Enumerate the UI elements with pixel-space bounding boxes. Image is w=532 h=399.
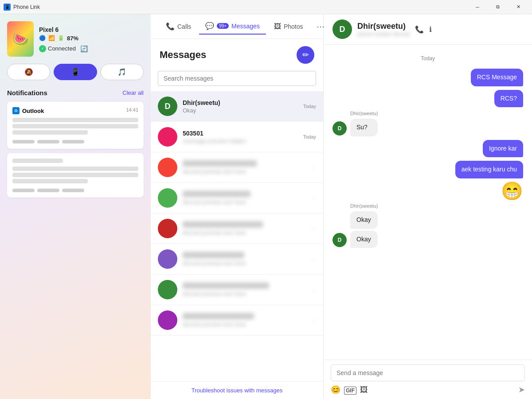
notif-actions-2 xyxy=(12,189,138,192)
chat-header: D Dhir(sweetu) phone number blurred 📞 ℹ xyxy=(324,14,532,45)
conversation-item-8[interactable]: blurred preview text here --- xyxy=(151,305,323,336)
gif-button[interactable]: GIF xyxy=(344,385,356,395)
refresh-button[interactable]: 🔄 xyxy=(80,45,88,52)
restore-button[interactable]: ⧉ xyxy=(488,0,508,14)
conversations-list: D Dhir(sweetu) Okay Today 503501 message… xyxy=(151,91,323,381)
conv-name-7 xyxy=(183,283,269,289)
messages-badge: 99+ xyxy=(217,23,229,29)
conv-time-4: --- xyxy=(311,195,316,201)
bubble-3: Su? xyxy=(350,119,378,136)
tab-photos[interactable]: 🖼 Photos xyxy=(268,19,309,34)
avatar-6 xyxy=(158,249,177,269)
avatar-8 xyxy=(158,310,177,330)
send-button[interactable]: ➤ xyxy=(518,385,525,395)
chat-input-area: 😊 GIF 🖼 ➤ xyxy=(324,360,532,399)
device-emoji: 🍉 xyxy=(13,32,28,46)
message-row-5: aek testing karu chu xyxy=(332,161,523,178)
chat-input-actions: 😊 GIF 🖼 ➤ xyxy=(331,385,525,395)
conversation-item-dhir[interactable]: D Dhir(sweetu) Okay Today xyxy=(151,91,323,122)
messages-panel: 📞 Calls 💬 99+ Messages 🖼 Photos ⋯ ⚙ Mess… xyxy=(151,14,324,399)
device-section: 🍉 Pixel 6 🔵 📶 🔋 87% ✓ Connected 🔄 xyxy=(7,21,144,57)
music-icon: 🎵 xyxy=(117,68,126,76)
conv-preview-6: blurred preview text here xyxy=(183,260,306,267)
conv-info-4: blurred preview text here xyxy=(183,191,306,205)
conv-preview-dhir: Okay xyxy=(183,107,298,114)
music-button[interactable]: 🎵 xyxy=(101,64,144,80)
notif-app: O Outlook xyxy=(12,107,44,114)
chat-contact-info: Dhir(sweetu) phone number blurred xyxy=(357,22,410,37)
conv-time-8: --- xyxy=(311,318,316,323)
notif-line2-3 xyxy=(12,173,138,177)
more-icon: ⋯ xyxy=(317,22,325,31)
troubleshoot-link[interactable]: Troubleshoot issues with messages xyxy=(151,381,323,399)
msg-avatar-7: D xyxy=(332,233,347,247)
emoji-picker-button[interactable]: 😊 xyxy=(331,385,340,395)
mute-button[interactable]: 🔕 xyxy=(7,64,50,80)
tab-messages[interactable]: 💬 99+ Messages xyxy=(199,18,266,35)
conversation-item-7[interactable]: blurred preview text here --- xyxy=(151,275,323,305)
chat-avatar-letter: D xyxy=(340,25,345,34)
image-attach-icon: 🖼 xyxy=(360,385,368,394)
phone-button[interactable]: 📱 xyxy=(54,64,97,80)
conv-name-dhir: Dhir(sweetu) xyxy=(183,99,298,106)
bubble-emoji-6: 😁 xyxy=(501,182,523,200)
new-message-button[interactable]: ✏ xyxy=(297,46,314,64)
conversation-item-503501[interactable]: 503501 message preview hidden Today xyxy=(151,122,323,152)
top-nav: 📞 Calls 💬 99+ Messages 🖼 Photos ⋯ ⚙ xyxy=(151,14,323,39)
message-row-2: RCS? xyxy=(332,90,523,108)
conversation-item-5[interactable]: blurred preview text here --- xyxy=(151,213,323,244)
close-button[interactable]: ✕ xyxy=(508,0,528,14)
conv-info-3: blurred preview text here xyxy=(183,160,306,175)
notif-line2-1 xyxy=(12,159,63,163)
new-message-icon: ✏ xyxy=(302,50,309,60)
app-title: Phone Link xyxy=(13,4,467,10)
date-divider: Today xyxy=(332,55,523,62)
notif-body-2 xyxy=(12,159,138,192)
conv-info-dhir: Dhir(sweetu) Okay xyxy=(183,99,298,114)
conv-preview-7: blurred preview text here xyxy=(183,291,306,297)
connected-badge: ✓ Connected xyxy=(39,45,76,52)
conversation-item-4[interactable]: blurred preview text here --- xyxy=(151,183,323,213)
connected-dot: ✓ xyxy=(39,45,46,52)
notif-app-name: Outlook xyxy=(22,108,44,114)
mute-icon: 🔕 xyxy=(24,68,33,76)
message-row-1: RCS Message xyxy=(332,69,523,86)
device-status-row: 🔵 📶 🔋 87% xyxy=(39,35,144,42)
conv-info-503501: 503501 message preview hidden xyxy=(183,130,298,144)
call-button[interactable]: 📞 xyxy=(415,25,424,34)
battery-icon: 🔋 xyxy=(58,35,64,41)
image-attach-button[interactable]: 🖼 xyxy=(360,385,368,395)
outlook-icon: O xyxy=(12,107,20,114)
bubble-4: Ignore kar xyxy=(483,140,523,158)
notif-action-1 xyxy=(12,140,35,143)
search-box xyxy=(158,71,316,86)
conv-time-5: --- xyxy=(311,226,316,231)
conv-time-7: --- xyxy=(311,287,316,292)
notif-body xyxy=(12,118,138,143)
battery-level: 87% xyxy=(67,35,78,42)
tab-calls[interactable]: 📞 Calls xyxy=(160,19,197,34)
chat-messages: Today RCS Message RCS? D Dhir(sweetu) Su… xyxy=(324,45,532,360)
chat-input-box xyxy=(331,364,525,381)
titlebar: 📱 Phone Link ─ ⧉ ✕ xyxy=(0,0,532,14)
chat-avatar: D xyxy=(332,19,352,39)
bubble-5: aek testing karu chu xyxy=(455,161,523,178)
chat-contact-subtitle: phone number blurred xyxy=(357,31,410,37)
phone-icon: 📱 xyxy=(71,68,80,76)
notif-time: 14:41 xyxy=(126,107,138,114)
search-input[interactable] xyxy=(164,75,310,82)
message-input[interactable] xyxy=(336,369,519,376)
tab-photos-label: Photos xyxy=(284,23,303,30)
chat-panel: D Dhir(sweetu) phone number blurred 📞 ℹ … xyxy=(324,14,532,399)
clear-all-button[interactable]: Clear all xyxy=(122,89,144,96)
conversation-item-3[interactable]: blurred preview text here --- xyxy=(151,152,323,183)
notifications-section: Notifications Clear all O Outlook 14:41 xyxy=(7,89,144,392)
conv-name-8 xyxy=(183,313,254,319)
tab-messages-label: Messages xyxy=(231,23,260,30)
bubble-7a: Okay xyxy=(350,211,378,229)
app-icon: 📱 xyxy=(4,4,11,11)
info-button[interactable]: ℹ xyxy=(429,25,432,34)
minimize-button[interactable]: ─ xyxy=(467,0,488,14)
messages-icon: 💬 xyxy=(205,22,214,30)
conversation-item-6[interactable]: blurred preview text here --- xyxy=(151,244,323,275)
